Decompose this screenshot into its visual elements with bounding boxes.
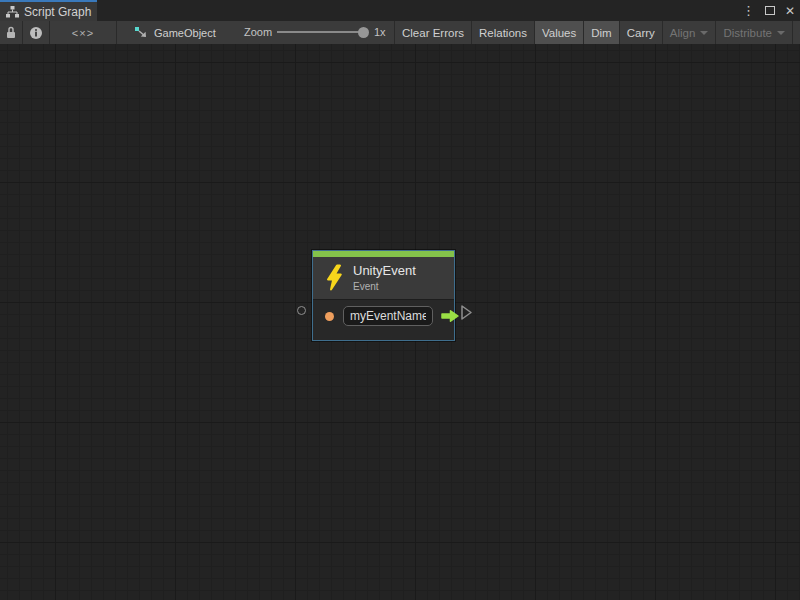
- clear-errors-button[interactable]: Clear Errors: [394, 21, 471, 44]
- tab-bar: Script Graph ⋮ ✕: [0, 0, 800, 21]
- menu-icon[interactable]: ⋮: [742, 4, 755, 17]
- node-body: [313, 299, 454, 340]
- gameobject-icon: [134, 26, 148, 40]
- relations-label: Relations: [479, 27, 527, 39]
- unity-script-graph-window: Script Graph ⋮ ✕ <×>: [0, 0, 800, 600]
- code-icon: <×>: [72, 27, 94, 39]
- chevron-down-icon: [777, 31, 785, 35]
- tab-script-graph[interactable]: Script Graph: [0, 0, 97, 21]
- event-name-input[interactable]: [343, 306, 433, 326]
- zoom-value: 1x: [374, 21, 386, 44]
- zoom-slider-track[interactable]: [277, 31, 367, 33]
- overview-button[interactable]: Overview: [792, 21, 800, 44]
- relations-button[interactable]: Relations: [471, 21, 534, 44]
- node-titles: UnityEvent Event: [353, 263, 416, 292]
- edit-graph-button[interactable]: <×>: [50, 21, 117, 44]
- node-subtitle: Event: [353, 281, 416, 292]
- carry-label: Carry: [627, 27, 655, 39]
- gameobject-button[interactable]: GameObject: [117, 21, 229, 44]
- lock-button[interactable]: [0, 21, 23, 44]
- align-dropdown-button[interactable]: Align: [662, 21, 716, 44]
- dim-toggle-button[interactable]: Dim: [583, 21, 618, 44]
- node-input-port[interactable]: [297, 306, 306, 315]
- graph-toolbar: <×> GameObject Zoom 1x Clear Errors Rela…: [0, 21, 800, 44]
- node-title: UnityEvent: [353, 263, 416, 278]
- clear-errors-label: Clear Errors: [402, 27, 464, 39]
- align-label: Align: [670, 27, 696, 39]
- zoom-slider[interactable]: [277, 21, 367, 44]
- toolbar-button-group: Clear Errors Relations Values Dim Carry …: [394, 21, 800, 44]
- values-label: Values: [542, 27, 576, 39]
- close-icon[interactable]: ✕: [785, 5, 795, 17]
- dim-label: Dim: [591, 27, 611, 39]
- trigger-arrow-icon: [440, 309, 460, 323]
- string-value-port[interactable]: [325, 312, 334, 321]
- node-header[interactable]: UnityEvent Event: [313, 257, 454, 299]
- zoom-slider-handle[interactable]: [358, 27, 369, 38]
- distribute-label: Distribute: [723, 27, 772, 39]
- graph-hierarchy-icon: [6, 6, 19, 18]
- tab-title: Script Graph: [24, 5, 91, 19]
- node-output-port[interactable]: [460, 304, 473, 321]
- graph-canvas[interactable]: UnityEvent Event: [0, 44, 800, 600]
- values-toggle-button[interactable]: Values: [534, 21, 583, 44]
- unity-event-node[interactable]: UnityEvent Event: [312, 250, 455, 341]
- zoom-label: Zoom: [244, 21, 272, 44]
- window-controls: ⋮ ✕: [742, 0, 795, 21]
- gameobject-label: GameObject: [154, 27, 216, 39]
- lock-icon: [6, 26, 16, 39]
- chevron-down-icon: [700, 31, 708, 35]
- info-button[interactable]: [23, 21, 50, 44]
- maximize-icon[interactable]: [765, 6, 775, 15]
- carry-button[interactable]: Carry: [619, 21, 662, 44]
- distribute-dropdown-button[interactable]: Distribute: [715, 21, 792, 44]
- info-icon: [29, 26, 43, 40]
- lightning-bolt-icon: [325, 264, 343, 291]
